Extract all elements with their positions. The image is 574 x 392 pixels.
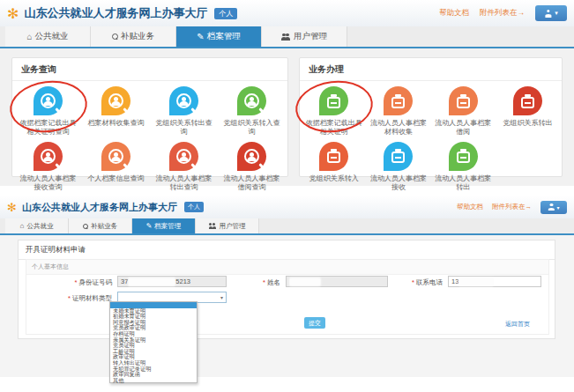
- phone-field[interactable]: 13: [448, 276, 541, 287]
- tab-archive-management[interactable]: ✎ 档案管理: [132, 218, 196, 233]
- id-number-label: *身份证号码: [26, 278, 112, 287]
- dropdown-option[interactable]: 转入转出证明: [110, 360, 197, 366]
- query-item-archive-borrow[interactable]: 流动人员人事档案借阅查询: [218, 142, 286, 193]
- main-nav-tabs: ⌂ 公共就业 补贴业务 ✎ 档案管理 用户管理: [0, 26, 574, 48]
- handle-item-archive-receive[interactable]: 流动人员人事档案接收: [366, 142, 430, 193]
- top-header: ✻ 山东公共就业人才服务网上办事大厅 个人 帮助文档 附件列表在→ ▾: [0, 0, 574, 26]
- required-asterisk: *: [263, 278, 265, 286]
- id-suffix: 5213: [175, 277, 190, 285]
- personal-info-fieldset: 个人基本信息 *身份证号码 37 5213 *姓名 *联系电话: [26, 259, 549, 335]
- user-type-badge: 个人: [184, 202, 204, 212]
- dropdown-option[interactable]: 同意报考证明: [110, 320, 197, 326]
- tab-subsidy-business[interactable]: 补贴业务: [69, 218, 132, 233]
- home-icon: ⌂: [26, 32, 32, 41]
- site-logo-icon: ✻: [7, 5, 19, 22]
- site-logo-icon: ✻: [7, 201, 17, 214]
- icon-label: 流动人员人事档案接收查询: [14, 174, 82, 193]
- query-item-archive-receive[interactable]: 流动人员人事档案接收查询: [14, 142, 82, 193]
- handle-item-certificate-by-archive[interactable]: 依据档案记载出具相关证明: [302, 86, 366, 137]
- dropdown-option[interactable]: 党员证明: [110, 343, 197, 349]
- search-pin-icon: [34, 142, 63, 171]
- search-icon: [83, 224, 88, 229]
- dropdown-option[interactable]: 政审回复函: [110, 372, 197, 378]
- users-icon: [281, 33, 291, 41]
- edit-document-icon: ✎: [146, 222, 153, 230]
- dropdown-option[interactable]: 无犯罪记录证明: [110, 366, 197, 373]
- name-field[interactable]: [286, 276, 388, 287]
- main-nav-tabs: ⌂ 公共就业 补贴业务 ✎ 档案管理 用户管理: [0, 218, 574, 235]
- search-pin-icon: [237, 86, 266, 115]
- dropdown-option[interactable]: 政审证明: [110, 354, 197, 360]
- clipboard-pin-icon: [319, 142, 348, 171]
- tab-label: 公共就业: [26, 222, 53, 231]
- clipboard-pin-icon: [384, 142, 413, 171]
- handle-item-party-transfer-in[interactable]: 党组织关系转入: [302, 142, 366, 193]
- query-item-certificate-by-archive[interactable]: 依据档案记载出具相关证明查询: [14, 86, 82, 137]
- help-doc-link[interactable]: 帮助文档: [439, 8, 469, 18]
- dashboard-content: 业务查询 依据档案记载出具相关证明查询 档案材料收集查询 党组织关系转出查询: [0, 48, 574, 186]
- query-item-party-transfer-in[interactable]: 党组织关系转入查询: [218, 86, 286, 137]
- handle-item-archive-borrow[interactable]: 流动人员人事档案借阅: [431, 86, 496, 137]
- tab-label: 补贴业务: [121, 31, 154, 42]
- dropdown-option[interactable]: [110, 302, 197, 308]
- submit-button[interactable]: 提交: [304, 317, 325, 329]
- clipboard-pin-icon: [449, 86, 478, 115]
- user-menu-button[interactable]: ▾: [540, 201, 567, 214]
- tab-user-management[interactable]: 用户管理: [262, 26, 347, 47]
- dropdown-option[interactable]: 初婚未育证明: [110, 314, 197, 320]
- certificate-type-dropdown: 未婚未育证明 初婚未育证明 同意报考证明 党员政审证明 存档证明 亲属关系证明 …: [109, 301, 198, 383]
- user-menu-button[interactable]: ▾: [535, 5, 567, 21]
- query-item-personal-archive-info[interactable]: 个人档案信息查询: [82, 142, 150, 193]
- tab-label: 用户管理: [220, 222, 246, 231]
- name-label: *姓名: [229, 278, 280, 287]
- dropdown-option[interactable]: 党员政审证明: [110, 325, 197, 331]
- site-title: 山东公共就业人才服务网上办事大厅: [24, 5, 207, 21]
- tab-public-employment[interactable]: ⌂ 公共就业: [5, 26, 91, 47]
- required-asterisk: *: [412, 278, 414, 286]
- tab-subsidy-business[interactable]: 补贴业务: [91, 26, 176, 47]
- panel-title: 业务办理: [300, 58, 562, 81]
- query-item-archive-material-collect[interactable]: 档案材料收集查询: [82, 86, 150, 137]
- required-asterisk: *: [68, 294, 71, 302]
- redaction: [459, 278, 493, 285]
- dropdown-option[interactable]: 未婚未育证明: [110, 308, 197, 314]
- icon-label: 流动人员人事档案借阅查询: [218, 174, 286, 193]
- required-asterisk: *: [75, 278, 78, 286]
- tab-label: 档案管理: [207, 31, 241, 42]
- icon-label: 流动人员人事档案接收: [366, 174, 430, 193]
- handle-item-party-transfer-out[interactable]: 党组织关系转出: [496, 86, 560, 137]
- icon-label: 依据档案记载出具相关证明查询: [14, 119, 82, 137]
- tab-label: 档案管理: [154, 222, 181, 231]
- tab-public-employment[interactable]: ⌂ 公共就业: [5, 218, 69, 233]
- help-doc-link[interactable]: 帮助文档: [457, 203, 483, 211]
- attachment-list-link[interactable]: 附件列表在→: [480, 8, 525, 18]
- form-content-area: 开具证明材料申请 个人基本信息 *身份证号码 37 5213 *姓名: [0, 235, 574, 377]
- search-pin-icon: [169, 86, 198, 115]
- id-number-field[interactable]: 37 5213: [117, 276, 227, 287]
- handle-item-archive-material-collect[interactable]: 流动人员人事档案材料收集: [366, 86, 430, 137]
- dropdown-option[interactable]: 存档证明: [110, 331, 197, 337]
- dropdown-option[interactable]: 工龄证明: [110, 349, 197, 355]
- tab-label: 用户管理: [294, 31, 327, 42]
- redaction: [290, 278, 320, 285]
- dropdown-option[interactable]: 亲属关系证明: [110, 337, 197, 344]
- handle-icon-grid: 依据档案记载出具相关证明 流动人员人事档案材料收集 流动人员人事档案借阅 党组织…: [300, 81, 562, 197]
- chevron-down-icon: ▾: [555, 10, 558, 17]
- tab-user-management[interactable]: 用户管理: [196, 218, 259, 233]
- user-type-badge: 个人: [214, 8, 237, 19]
- clipboard-pin-icon: [384, 86, 413, 115]
- certificate-type-label: *证明材料类型: [26, 294, 112, 303]
- dropdown-option[interactable]: 其他: [110, 378, 197, 384]
- query-item-party-transfer-out[interactable]: 党组织关系转出查询: [150, 86, 218, 137]
- id-prefix: 37: [121, 277, 128, 285]
- query-icon-grid: 依据档案记载出具相关证明查询 档案材料收集查询 党组织关系转出查询 党组织关系转…: [12, 81, 287, 197]
- handle-item-archive-transfer-out[interactable]: 流动人员人事档案转出: [431, 142, 496, 193]
- query-item-archive-transfer-out[interactable]: 流动人员人事档案转出查询: [150, 142, 218, 193]
- attachment-list-link[interactable]: 附件列表在→: [492, 203, 532, 211]
- back-home-link[interactable]: 返回首页: [505, 320, 530, 329]
- tab-archive-management[interactable]: ✎ 档案管理: [176, 26, 262, 47]
- panel-title: 业务查询: [12, 58, 287, 81]
- icon-label: 流动人员人事档案转出查询: [150, 174, 218, 193]
- search-pin-icon: [101, 142, 130, 171]
- business-query-panel: 业务查询 依据档案记载出具相关证明查询 档案材料收集查询 党组织关系转出查询: [11, 57, 288, 177]
